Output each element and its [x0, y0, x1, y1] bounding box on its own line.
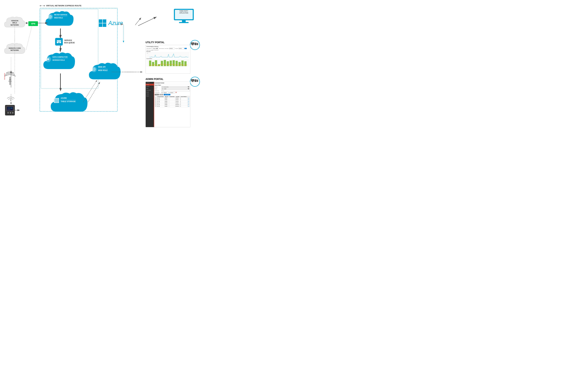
svg-rect-74: [192, 82, 193, 82]
svg-rect-43: [182, 20, 186, 22]
admin-portal-section: ADMIN PORTAL Command Center: [146, 78, 200, 127]
table-row: _GL_80 618897 - 7/4/2014 0 ✎🗑: [155, 97, 190, 99]
verizon-core-label: VERIZON CORE NETWORK: [3, 47, 26, 51]
svg-line-15: [135, 18, 141, 25]
service-bus-label-line2: BUS QUEUE: [64, 42, 75, 44]
svg-text:0.0 kWh: 0.0 kWh: [8, 108, 13, 109]
admin-table: Command Name Meter ID Created Date Log D…: [155, 96, 190, 107]
svg-rect-67: [175, 61, 178, 66]
admin-portal-device-icon: [190, 77, 200, 87]
reset-button[interactable]: Reset: [159, 94, 163, 95]
meter-service-cloud: METER SERVICE WEB ROLE: [44, 10, 75, 29]
table-row: _GL_59 618897 - 7/3/2014 0 ✎🗑: [155, 99, 190, 101]
third-party-container: THIRD PARTY APPLICATION: [170, 8, 198, 25]
go-button[interactable]: Go: [185, 48, 187, 49]
table-row: _GL_57 618897 - 7/1/2014 0 ✎🗑: [155, 102, 190, 104]
svg-point-51: [195, 45, 196, 45]
svg-rect-69: [181, 60, 184, 66]
add-getlog-button[interactable]: Add GetLog: [164, 94, 170, 95]
svg-rect-73: [192, 81, 193, 82]
svg-line-103: [138, 17, 157, 26]
svg-rect-58: [149, 60, 151, 66]
svg-rect-50: [195, 43, 196, 45]
admin-main-content: Search Filters Account 10 - Consumer Tes…: [154, 84, 190, 127]
data-compactor-cloud: DATA COMPACTOR WORKER ROLE: [42, 51, 76, 74]
meter-service-label-line1: METER SERVICE: [54, 14, 67, 16]
third-party-title-line2: APPLICATION: [175, 12, 192, 14]
svg-rect-63: [164, 60, 166, 66]
meter-service-label-line2: WEB ROLE: [54, 16, 67, 19]
utility-ss-title: Consumption History: [147, 46, 189, 47]
smart-meter: 0.0 kWh Innov6: [4, 103, 17, 117]
verizon-mpls-label: VERIZON MPLS NETWORK: [3, 20, 26, 26]
admin-sidebar: Summary GetLog Bootload Reset SetEndPoin…: [146, 82, 154, 127]
web-api-label-line1: WEB API: [98, 66, 108, 68]
antenna-tower: verizon wireless: [4, 70, 16, 88]
azure-table-label-line2: TABLE STORAGE: [61, 100, 76, 103]
row-checkbox[interactable]: [155, 98, 156, 99]
svg-point-94: [12, 112, 14, 114]
table-row: _GL_55 618897 - 6/29/2014 0 ✎🗑: [155, 105, 190, 107]
vpn-box: VPN: [28, 21, 38, 26]
from-date-admin[interactable]: [164, 92, 168, 93]
svg-rect-79: [197, 80, 198, 81]
azure-table-label-line1: AZURE: [61, 97, 76, 100]
row-checkbox[interactable]: [155, 106, 156, 107]
svg-line-96: [26, 24, 32, 50]
vnet-label: ⇠ ⇢ VIRTUAL NETWORK EXPRESS ROUTE: [40, 4, 82, 7]
svg-rect-38: [103, 20, 106, 23]
vnet-title: VIRTUAL NETWORK EXPRESS ROUTE: [46, 4, 82, 7]
svg-rect-53: [197, 43, 198, 45]
row-checkbox[interactable]: [155, 104, 156, 105]
search-text-input[interactable]: [161, 90, 190, 92]
search-button[interactable]: Search: [155, 94, 159, 95]
svg-rect-39: [99, 23, 102, 27]
svg-rect-62: [161, 61, 163, 66]
web-api-cloud: WEB API WEB ROLE: [87, 61, 121, 84]
svg-point-80: [197, 81, 198, 82]
account-select[interactable]: 10 - Consumer Test: [161, 86, 190, 88]
utility-portal-section: UTILITY PORTAL Consumption Hi: [146, 41, 200, 74]
svg-point-86: [10, 100, 11, 101]
svg-rect-66: [173, 60, 175, 66]
svg-point-77: [195, 81, 196, 82]
svg-rect-47: [192, 44, 193, 45]
time-interval-select[interactable]: Custom: [152, 48, 158, 49]
svg-point-54: [197, 45, 198, 45]
svg-rect-59: [152, 62, 154, 66]
svg-rect-46: [191, 43, 194, 44]
verizon-mpls-cloud: VERIZON MPLS NETWORK: [3, 15, 26, 31]
table-row: _GL_56 618897 - 6/30/2014 0 ✎🗑: [155, 104, 190, 105]
service-bus: SERVICE BUS QUEUE: [55, 38, 75, 45]
svg-text:GPM: GPM: [147, 53, 148, 54]
svg-line-84: [9, 79, 10, 81]
svg-line-85: [10, 79, 11, 81]
to-date-input[interactable]: [179, 48, 184, 49]
svg-point-93: [10, 112, 11, 114]
service-bus-label-line1: SERVICE: [64, 39, 75, 42]
svg-rect-70: [184, 61, 187, 66]
row-checkbox[interactable]: [155, 101, 156, 102]
third-party-title-line1: THIRD PARTY: [175, 10, 192, 12]
azure-table-cloud: AZURE TABLE STORAGE: [49, 90, 88, 116]
table-row: _GL_58 618897 - 7/2/2014 0 ✎🗑: [155, 101, 190, 102]
main-diagram: ⇠ ⇢ VIRTUAL NETWORK EXPRESS ROUTE VERIZO…: [0, 0, 206, 134]
svg-rect-40: [103, 23, 106, 27]
svg-rect-72: [191, 80, 194, 81]
svg-point-25: [47, 59, 49, 60]
red-accent-bar: [154, 82, 154, 127]
svg-rect-64: [167, 61, 169, 66]
admin-portal-screenshot: Command Center Summary GetLog Bootload R…: [146, 82, 190, 127]
svg-rect-65: [170, 60, 172, 66]
svg-rect-76: [195, 80, 196, 81]
svg-rect-48: [192, 45, 193, 45]
from-date-input[interactable]: [169, 48, 174, 49]
data-compactor-label-line1: DATA COMPACTOR: [52, 56, 68, 58]
to-date-admin[interactable]: [170, 92, 175, 93]
data-compactor-label-line2: WORKER ROLE: [52, 59, 68, 61]
row-checkbox[interactable]: [155, 99, 156, 100]
row-checkbox[interactable]: [155, 102, 156, 103]
wifi-symbol: [6, 93, 16, 101]
svg-rect-81: [10, 77, 10, 85]
meters-select[interactable]: Vter - 618897: [161, 88, 190, 90]
